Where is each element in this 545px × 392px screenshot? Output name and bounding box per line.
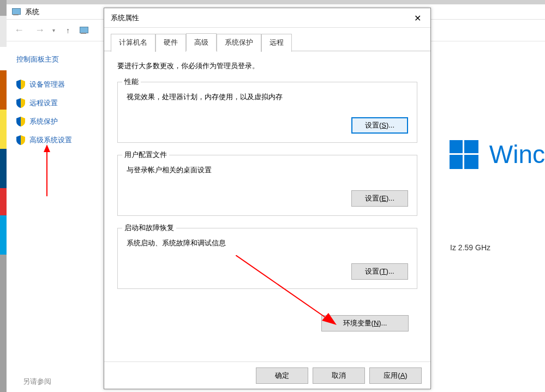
forward-icon[interactable]: →	[33, 25, 47, 36]
user-profiles-desc: 与登录帐户相关的桌面设置	[127, 165, 408, 175]
sidebar-item-label: 高级系统设置	[29, 135, 72, 145]
sidebar-item-device-manager[interactable]: 设备管理器	[16, 80, 95, 89]
user-profiles-settings-button[interactable]: 设置(E)...	[351, 190, 408, 207]
windows-logo-icon	[450, 140, 478, 169]
tab-remote[interactable]: 远程	[261, 34, 292, 52]
performance-legend: 性能	[122, 77, 141, 87]
user-profiles-legend: 用户配置文件	[122, 150, 169, 160]
sidebar: 控制面板主页 设备管理器 远程设置 系统保护 高级系统设置	[7, 41, 105, 167]
environment-variables-button[interactable]: 环境变量(N)...	[321, 315, 409, 331]
tab-content-advanced: 要进行大多数更改，你必须作为管理员登录。 性能 视觉效果，处理器计划，内存使用，…	[104, 51, 430, 311]
startup-recovery-settings-button[interactable]: 设置(T)...	[351, 263, 408, 280]
close-icon: ✕	[414, 13, 421, 23]
performance-settings-button[interactable]: 设置(S)...	[351, 117, 408, 134]
back-icon[interactable]: ←	[12, 25, 26, 36]
shield-icon	[16, 135, 25, 145]
startup-recovery-legend: 启动和故障恢复	[122, 223, 176, 233]
shield-icon	[16, 117, 25, 126]
tab-advanced[interactable]: 高级	[186, 33, 217, 51]
history-dropdown-icon[interactable]: ▾	[50, 27, 57, 33]
sidebar-item-remote-settings[interactable]: 远程设置	[16, 98, 95, 108]
ok-button[interactable]: 确定	[256, 367, 308, 384]
path-computer-icon	[79, 27, 88, 34]
dialog-titlebar: 系统属性 ✕	[104, 8, 430, 28]
computer-icon	[11, 8, 21, 16]
up-icon[interactable]: ↑	[64, 26, 72, 35]
left-color-strip	[0, 0, 7, 392]
cpu-info: Iz 2.59 GHz	[450, 243, 490, 252]
tab-hardware[interactable]: 硬件	[155, 34, 186, 52]
cancel-button[interactable]: 取消	[313, 367, 365, 384]
startup-recovery-desc: 系统启动、系统故障和调试信息	[127, 238, 408, 248]
admin-note: 要进行大多数更改，你必须作为管理员登录。	[117, 61, 417, 71]
sidebar-item-label: 设备管理器	[29, 80, 65, 89]
see-also-label: 另请参阅	[23, 377, 51, 387]
window-title: 系统	[25, 7, 39, 17]
performance-groupbox: 性能 视觉效果，处理器计划，内存使用，以及虚拟内存 设置(S)...	[117, 82, 417, 143]
windows-brand: Winc	[450, 140, 545, 169]
sidebar-item-label: 远程设置	[29, 98, 58, 108]
sidebar-item-system-protection[interactable]: 系统保护	[16, 117, 95, 126]
user-profiles-groupbox: 用户配置文件 与登录帐户相关的桌面设置 设置(E)...	[117, 155, 417, 216]
system-properties-dialog: 系统属性 ✕ 计算机名 硬件 高级 系统保护 远程 要进行大多数更改，你必须作为…	[104, 8, 431, 389]
startup-recovery-groupbox: 启动和故障恢复 系统启动、系统故障和调试信息 设置(T)...	[117, 228, 417, 289]
tab-computer-name[interactable]: 计算机名	[111, 34, 155, 52]
dialog-button-bar: 确定 取消 应用(A)	[104, 361, 430, 389]
apply-button[interactable]: 应用(A)	[369, 367, 422, 384]
performance-desc: 视觉效果，处理器计划，内存使用，以及虚拟内存	[127, 92, 408, 102]
shield-icon	[16, 98, 25, 108]
sidebar-item-advanced-settings[interactable]: 高级系统设置	[16, 135, 95, 145]
close-button[interactable]: ✕	[408, 10, 427, 26]
dialog-title: 系统属性	[111, 13, 139, 23]
sidebar-item-label: 系统保护	[29, 117, 58, 126]
tab-strip: 计算机名 硬件 高级 系统保护 远程	[104, 28, 430, 51]
sidebar-title[interactable]: 控制面板主页	[16, 55, 95, 64]
tab-system-protection[interactable]: 系统保护	[217, 34, 261, 52]
shield-icon	[16, 80, 25, 89]
brand-text: Winc	[489, 140, 545, 169]
env-variables-row: 环境变量(N)...	[104, 311, 430, 336]
